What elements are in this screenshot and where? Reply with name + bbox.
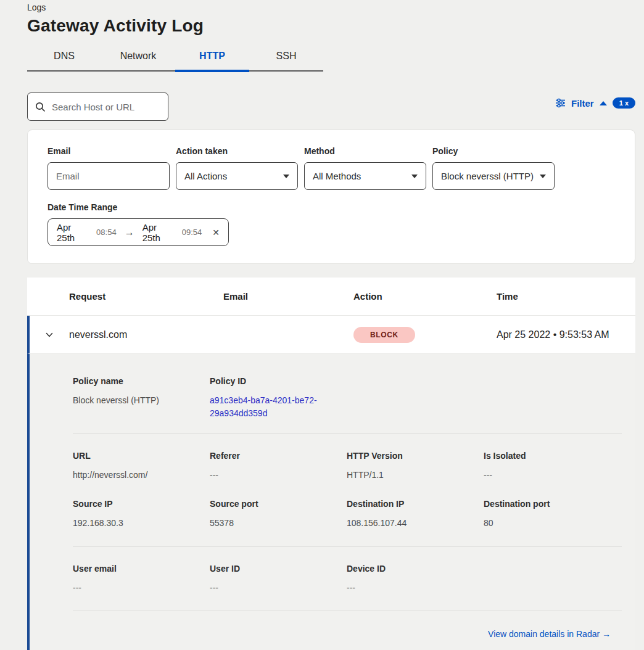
referer-label: Referer xyxy=(210,451,347,461)
clear-date-range-icon[interactable]: ✕ xyxy=(212,228,220,237)
destination-port-value: 80 xyxy=(484,517,622,530)
user-id-field: User ID --- xyxy=(210,564,347,594)
is-isolated-value: --- xyxy=(484,469,622,482)
date-time-range-group: Date Time Range Apr 25th 08:54 → Apr 25t… xyxy=(47,202,615,246)
header-email: Email xyxy=(223,291,353,302)
user-email-value: --- xyxy=(73,582,210,594)
tab-ssh[interactable]: SSH xyxy=(249,46,323,70)
email-filter-input[interactable] xyxy=(56,171,161,181)
table-header-row: Request Email Action Time xyxy=(27,278,635,316)
destination-port-label: Destination port xyxy=(484,499,622,509)
tab-bar: DNS Network HTTP SSH xyxy=(27,46,323,72)
filter-toggle[interactable]: Filter 1 x xyxy=(555,97,635,109)
gateway-activity-log-page: Logs Gateway Activity Log DNS Network HT… xyxy=(0,0,644,650)
is-isolated-field: Is Isolated --- xyxy=(484,451,622,482)
destination-ip-label: Destination IP xyxy=(347,499,484,509)
section-divider xyxy=(73,546,622,547)
action-taken-value: All Actions xyxy=(184,171,227,181)
chevron-up-icon xyxy=(600,101,607,105)
chevron-down-icon xyxy=(283,175,289,178)
device-id-field: Device ID --- xyxy=(347,564,484,594)
range-arrow-icon: → xyxy=(125,227,134,238)
search-input[interactable] xyxy=(52,102,160,112)
tab-network[interactable]: Network xyxy=(101,46,175,70)
filter-method-group: Method All Methods xyxy=(304,146,426,190)
filter-count-badge: 1 x xyxy=(613,97,635,109)
section-divider xyxy=(73,433,622,434)
tab-dns[interactable]: DNS xyxy=(27,46,101,70)
end-time: 09:54 xyxy=(182,228,202,237)
filter-action-group: Action taken All Actions xyxy=(176,146,298,190)
referer-field: Referer --- xyxy=(210,451,347,482)
start-date: Apr 25th xyxy=(57,222,91,243)
table-row[interactable]: neverssl.com BLOCK Apr 25 2022 • 9:53:53… xyxy=(27,316,635,354)
search-icon xyxy=(35,102,46,112)
policy-id-label: Policy ID xyxy=(210,376,347,386)
date-time-range-label: Date Time Range xyxy=(47,202,615,212)
method-select[interactable]: All Methods xyxy=(304,162,426,190)
http-version-value: HTTP/1.1 xyxy=(347,469,484,482)
user-email-label: User email xyxy=(73,564,210,574)
chevron-down-icon xyxy=(540,175,546,178)
header-action: Action xyxy=(353,291,497,302)
chevron-down-icon xyxy=(411,175,418,178)
user-id-value: --- xyxy=(210,582,347,594)
action-taken-select[interactable]: All Actions xyxy=(176,162,298,190)
destination-ip-value: 108.156.107.44 xyxy=(347,517,484,530)
section-divider xyxy=(73,611,622,611)
policy-select[interactable]: Block neverssl (HTTP) xyxy=(432,162,555,190)
header-time: Time xyxy=(497,291,635,302)
policy-name-label: Policy name xyxy=(73,376,210,386)
row-expand-chevron-icon[interactable] xyxy=(44,330,54,340)
device-id-value: --- xyxy=(347,582,484,594)
policy-id-link[interactable]: a91c3eb4-ba7a-4201-be72-29a934dd359d xyxy=(210,394,333,420)
device-id-label: Device ID xyxy=(347,564,484,574)
policy-id-field: Policy ID a91c3eb4-ba7a-4201-be72-29a934… xyxy=(210,376,347,420)
filter-label: Filter xyxy=(571,98,594,109)
source-port-label: Source port xyxy=(210,499,347,509)
row-time: Apr 25 2022 • 9:53:53 AM xyxy=(497,329,635,340)
radar-details-link[interactable]: View domain details in Radar → xyxy=(488,629,611,639)
source-ip-label: Source IP xyxy=(73,499,210,509)
header-request: Request xyxy=(69,291,223,302)
source-ip-field: Source IP 192.168.30.3 xyxy=(73,499,210,530)
search-box xyxy=(27,93,168,121)
breadcrumb[interactable]: Logs xyxy=(27,2,46,12)
source-port-value: 55378 xyxy=(210,517,347,530)
user-email-field: User email --- xyxy=(73,564,210,594)
activity-log-table: Request Email Action Time neverssl.com B… xyxy=(27,278,635,650)
filter-panel: Email Action taken All Actions Method Al… xyxy=(27,130,635,264)
http-version-field: HTTP Version HTTP/1.1 xyxy=(347,451,484,482)
filter-email-group: Email xyxy=(47,146,170,190)
user-id-label: User ID xyxy=(210,564,347,574)
referer-value: --- xyxy=(210,469,347,482)
policy-name-value: Block neverssl (HTTP) xyxy=(73,394,210,407)
source-port-field: Source port 55378 xyxy=(210,499,347,530)
row-request: neverssl.com xyxy=(69,329,223,340)
date-range-picker[interactable]: Apr 25th 08:54 → Apr 25th 09:54 ✕ xyxy=(47,218,229,246)
url-label: URL xyxy=(73,451,210,461)
page-title: Gateway Activity Log xyxy=(27,16,204,36)
source-ip-value: 192.168.30.3 xyxy=(73,517,210,530)
end-date: Apr 25th xyxy=(142,222,176,243)
filter-policy-group: Policy Block neverssl (HTTP) xyxy=(432,146,555,190)
http-version-label: HTTP Version xyxy=(347,451,484,461)
tab-http[interactable]: HTTP xyxy=(175,46,249,70)
filter-sliders-icon xyxy=(555,98,566,108)
url-field: URL http://neverssl.com/ xyxy=(73,451,210,482)
method-label: Method xyxy=(304,146,426,156)
start-time: 08:54 xyxy=(96,228,117,237)
is-isolated-label: Is Isolated xyxy=(484,451,622,461)
email-label: Email xyxy=(47,146,170,156)
url-value: http://neverssl.com/ xyxy=(73,469,210,482)
method-value: All Methods xyxy=(313,171,361,181)
destination-port-field: Destination port 80 xyxy=(484,499,622,530)
policy-label: Policy xyxy=(432,146,555,156)
expanded-row-details: Policy name Block neverssl (HTTP) Policy… xyxy=(27,354,635,650)
policy-value: Block neverssl (HTTP) xyxy=(441,171,534,181)
policy-name-field: Policy name Block neverssl (HTTP) xyxy=(73,376,210,420)
action-taken-label: Action taken xyxy=(176,146,298,156)
block-status-badge: BLOCK xyxy=(353,327,415,343)
destination-ip-field: Destination IP 108.156.107.44 xyxy=(347,499,484,530)
